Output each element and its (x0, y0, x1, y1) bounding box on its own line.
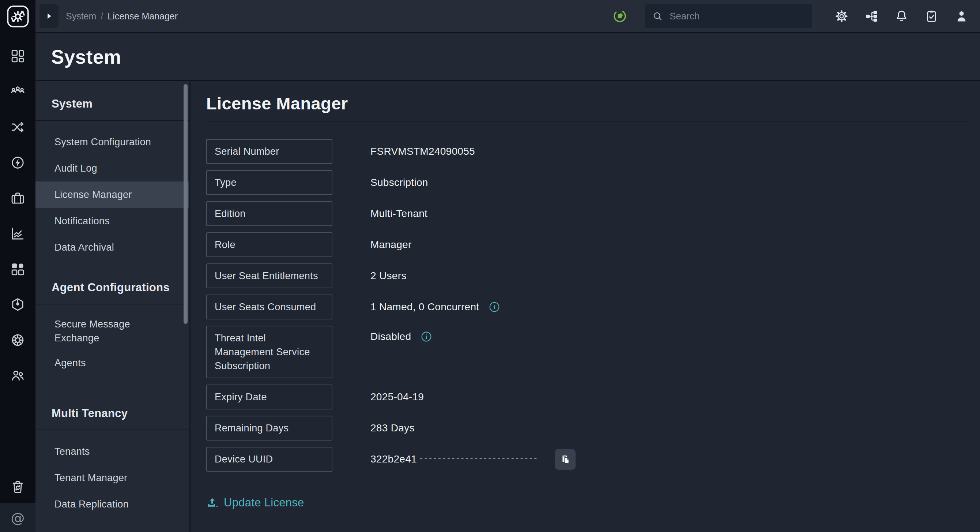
app-root: @ System / License Manager (0, 0, 980, 532)
app-logo-icon[interactable] (6, 5, 30, 28)
recycle-bin-icon[interactable] (0, 470, 35, 503)
user-profile-icon[interactable] (955, 10, 968, 23)
license-row: User Seat Entitlements 2 Users (206, 263, 967, 288)
energy-bolt-icon[interactable] (0, 145, 35, 180)
settings-gear-icon[interactable] (835, 10, 848, 23)
sidebar-collapse-button[interactable] (40, 5, 59, 28)
uuid-prefix: 322b2e41 (371, 453, 417, 465)
sidebar-item-license-manager[interactable]: License Manager (35, 182, 189, 208)
info-icon[interactable]: i (488, 301, 500, 313)
briefcase-icon[interactable] (0, 180, 35, 216)
info-icon[interactable]: i (420, 331, 432, 342)
uuid-masked: -------------------------- (420, 453, 539, 463)
copy-icon (560, 454, 571, 465)
license-row: Threat Intel Management Service Subscrip… (206, 326, 967, 378)
license-row: Serial Number FSRVMSTM24090055 (206, 139, 967, 164)
sitemap-icon[interactable] (865, 10, 878, 23)
breadcrumb-current: License Manager (108, 11, 178, 22)
field-value-expiry-date: 2025-04-19 (371, 391, 424, 403)
license-row: Type Subscription (206, 170, 967, 195)
svg-text:i: i (426, 333, 428, 340)
copy-uuid-button[interactable] (555, 449, 576, 470)
svg-text:i: i (494, 304, 495, 311)
sidebar-item-agents[interactable]: Agents (35, 350, 189, 376)
field-label-role: Role (206, 233, 332, 257)
sidebar-section-header: System (35, 81, 189, 120)
apps-grid-icon[interactable] (0, 252, 35, 287)
package-node-icon[interactable] (0, 287, 35, 322)
field-label-remaining-days: Remaining Days (206, 416, 332, 441)
notifications-bell-icon[interactable] (895, 10, 908, 23)
sidebar-section-header: Multi Tenancy (35, 389, 189, 430)
sidebar-item-system-configuration[interactable]: System Configuration (35, 129, 189, 155)
shuffle-icon[interactable] (0, 109, 35, 145)
sidebar-item-tenants[interactable]: Tenants (35, 438, 189, 465)
icon-rail: @ (0, 0, 35, 532)
field-label-threat-intel-subscription: Threat Intel Management Service Subscrip… (206, 326, 332, 378)
field-label-user-seats-consumed: User Seats Consumed (206, 295, 332, 319)
license-row: Remaining Days 283 Days (206, 416, 967, 441)
field-value-serial-number: FSRVMSTM24090055 (371, 146, 475, 157)
topbar: System / License Manager (35, 0, 980, 33)
license-row: Expiry Date 2025-04-19 (206, 385, 967, 409)
field-value-edition: Multi-Tenant (371, 208, 428, 220)
page-title-band: System (35, 33, 980, 81)
mention-icon[interactable]: @ (0, 503, 35, 532)
play-arrow-icon (44, 11, 54, 21)
tasks-clipboard-icon[interactable] (925, 10, 938, 23)
field-label-expiry-date: Expiry Date (206, 385, 332, 409)
secondary-sidebar: System System Configuration Audit Log Li… (35, 81, 191, 532)
update-license-link[interactable]: Update License (206, 496, 304, 509)
field-value-type: Subscription (371, 177, 428, 188)
breadcrumb-separator: / (100, 11, 103, 22)
sidebar-section-header: Agent Configurations (35, 261, 189, 304)
license-row: Edition Multi-Tenant (206, 201, 967, 226)
upload-icon (206, 497, 218, 509)
breadcrumb-section[interactable]: System (66, 11, 96, 22)
field-label-edition: Edition (206, 201, 332, 226)
field-value-user-seats-consumed: 1 Named, 0 Concurrent i (371, 301, 500, 313)
sidebar-scrollbar-thumb[interactable] (184, 84, 188, 324)
sidebar-item-data-archival[interactable]: Data Archival (35, 234, 189, 261)
panel-heading: License Manager (206, 93, 967, 122)
field-label-user-seat-entitlements: User Seat Entitlements (206, 263, 332, 288)
license-row: User Seats Consumed 1 Named, 0 Concurren… (206, 295, 967, 319)
field-value-user-seat-entitlements: 2 Users (371, 270, 407, 282)
users-icon[interactable] (0, 358, 35, 393)
sidebar-item-audit-log[interactable]: Audit Log (35, 155, 189, 182)
license-row: Role Manager (206, 233, 967, 257)
field-label-serial-number: Serial Number (206, 139, 332, 164)
sidebar-item-notifications[interactable]: Notifications (35, 208, 189, 234)
license-row: Device UUID 322b2e41 -------------------… (206, 447, 967, 471)
sidebar-item-secure-message-exchange[interactable]: Secure Message Exchange (35, 312, 189, 350)
search-input[interactable] (670, 11, 805, 22)
helm-wheel-icon[interactable] (0, 322, 35, 358)
search-icon (652, 11, 663, 22)
page-title: System (51, 46, 121, 68)
field-label-device-uuid: Device UUID (206, 447, 332, 471)
breadcrumb: System / License Manager (66, 11, 178, 22)
sidebar-item-data-replication[interactable]: Data Replication (35, 491, 189, 518)
analytics-chart-icon[interactable] (0, 216, 35, 252)
license-manager-panel: License Manager Serial Number FSRVMSTM24… (191, 81, 980, 532)
search-box (645, 5, 812, 28)
field-label-type: Type (206, 170, 332, 195)
field-value-remaining-days: 283 Days (371, 422, 415, 434)
dashboard-icon[interactable] (0, 38, 35, 74)
field-value-device-uuid: 322b2e41 -------------------------- (371, 449, 576, 470)
health-status-icon[interactable] (612, 9, 627, 24)
field-value-role: Manager (371, 239, 412, 251)
team-icon[interactable] (0, 74, 35, 109)
field-value-threat-intel-subscription: Disabled i (371, 331, 432, 342)
sidebar-item-tenant-manager[interactable]: Tenant Manager (35, 465, 189, 491)
